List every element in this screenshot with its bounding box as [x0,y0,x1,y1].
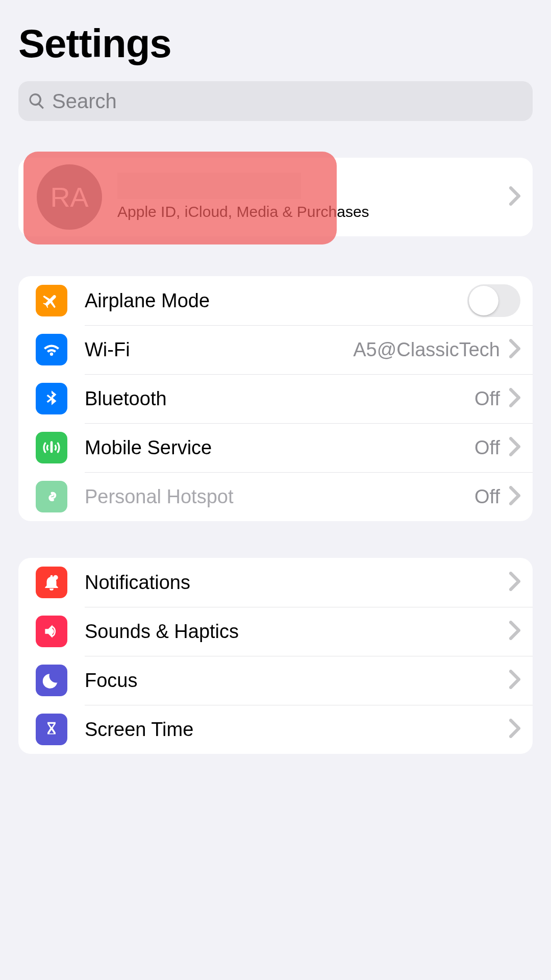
bell-icon [36,567,67,598]
cellular-icon [36,432,67,463]
hotspot-value: Off [474,486,500,508]
profile-subtitle: Apple ID, iCloud, Media & Purchases [117,202,509,222]
mobile-label: Mobile Service [85,437,474,459]
focus-label: Focus [85,670,509,692]
chevron-right-icon [509,339,520,360]
chevron-right-icon [509,572,520,593]
airplane-label: Airplane Mode [85,290,467,312]
mobile-value: Off [474,437,500,459]
airplane-toggle[interactable] [467,284,520,317]
wifi-icon [36,334,67,365]
wifi-value: A5@ClassicTech [353,339,500,361]
page-title: Settings [18,20,533,67]
bluetooth-icon [36,383,67,414]
hourglass-icon [36,714,67,745]
notifications-label: Notifications [85,572,509,594]
chevron-right-icon [509,670,520,691]
apple-id-row[interactable]: RA Apple ID, iCloud, Media & Purchases [18,158,533,236]
row-personal-hotspot[interactable]: Personal Hotspot Off [18,472,533,521]
row-mobile-service[interactable]: Mobile Service Off [18,423,533,472]
bluetooth-value: Off [474,388,500,410]
hotspot-icon [36,481,67,512]
moon-icon [36,665,67,696]
sounds-label: Sounds & Haptics [85,621,509,643]
chevron-right-icon [509,388,520,409]
toggle-knob [469,286,498,315]
svg-point-0 [53,575,58,580]
row-bluetooth[interactable]: Bluetooth Off [18,374,533,423]
row-airplane-mode[interactable]: Airplane Mode [18,276,533,325]
row-sounds-haptics[interactable]: Sounds & Haptics [18,607,533,656]
search-placeholder: Search [52,90,117,113]
chevron-right-icon [509,437,520,458]
speaker-icon [36,616,67,647]
hotspot-label: Personal Hotspot [85,486,474,508]
search-icon [28,92,46,110]
search-input[interactable]: Search [18,81,533,121]
row-wifi[interactable]: Wi-Fi A5@ClassicTech [18,325,533,374]
row-screen-time[interactable]: Screen Time [18,705,533,754]
profile-name-redacted [117,173,301,199]
screentime-label: Screen Time [85,719,509,741]
chevron-right-icon [509,486,520,507]
chevron-right-icon [509,186,520,208]
chevron-right-icon [509,621,520,642]
bluetooth-label: Bluetooth [85,388,474,410]
row-focus[interactable]: Focus [18,656,533,705]
airplane-icon [36,285,67,316]
wifi-label: Wi-Fi [85,339,353,361]
avatar: RA [37,164,102,230]
chevron-right-icon [509,719,520,740]
row-notifications[interactable]: Notifications [18,558,533,607]
